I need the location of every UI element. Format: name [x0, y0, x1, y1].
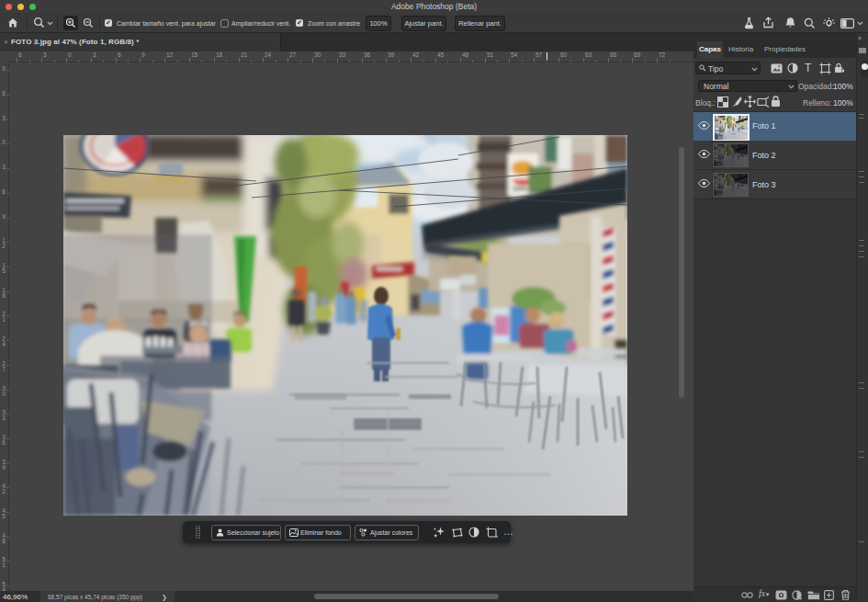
svg-text:▾: ▾: [799, 596, 802, 600]
